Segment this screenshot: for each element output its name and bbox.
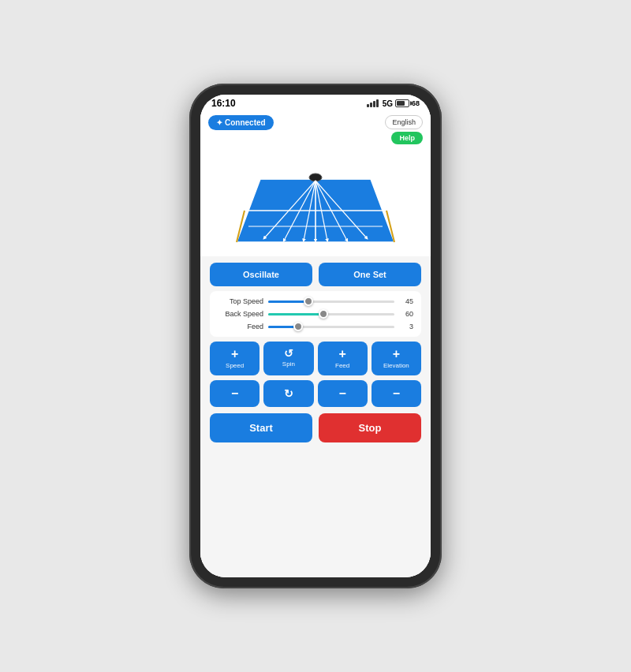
- speed-minus-button[interactable]: −: [210, 380, 259, 407]
- top-speed-row: Top Speed 45: [218, 297, 413, 305]
- top-speed-value: 45: [399, 297, 413, 305]
- start-button[interactable]: Start: [210, 413, 312, 442]
- status-icons: 5G 68: [367, 99, 420, 108]
- one-set-button[interactable]: One Set: [319, 263, 421, 286]
- phone-frame: 16:10 5G 68 ✦ Connected: [189, 84, 442, 588]
- english-button[interactable]: English: [385, 115, 423, 129]
- battery-level: 68: [412, 99, 420, 107]
- network-type: 5G: [383, 99, 393, 108]
- feed-track[interactable]: [268, 326, 394, 328]
- screen-content: ✦ Connected English Help: [200, 110, 431, 577]
- bluetooth-icon: ✦: [216, 118, 222, 127]
- top-right-buttons: English Help: [385, 115, 423, 144]
- plus-buttons-row: + Speed ↺ Spin + Feed + Elevation: [210, 342, 421, 375]
- phone-screen: 16:10 5G 68 ✦ Connected: [200, 95, 431, 577]
- elevation-minus-button[interactable]: −: [372, 380, 421, 407]
- controls-area: Oscillate One Set Top Speed 45 Back S: [200, 256, 431, 577]
- feed-value: 3: [399, 323, 413, 330]
- status-time: 16:10: [211, 98, 236, 109]
- battery-icon: [395, 99, 409, 107]
- signal-bars-icon: [367, 99, 379, 107]
- back-speed-value: 60: [399, 310, 413, 318]
- top-speed-track[interactable]: [268, 301, 394, 303]
- svg-point-8: [309, 174, 322, 181]
- top-speed-label: Top Speed: [218, 297, 263, 305]
- help-button[interactable]: Help: [391, 132, 423, 144]
- mode-buttons: Oscillate One Set: [210, 263, 421, 286]
- spin-minus-button[interactable]: ↻: [263, 380, 313, 407]
- court-visualization: [221, 155, 410, 250]
- back-speed-label: Back Speed: [218, 310, 263, 318]
- back-speed-row: Back Speed 60: [218, 310, 413, 318]
- action-buttons: Start Stop: [210, 413, 421, 442]
- court-section: [200, 149, 431, 256]
- oscillate-button[interactable]: Oscillate: [210, 263, 312, 286]
- elevation-plus-button[interactable]: + Elevation: [372, 342, 421, 375]
- minus-buttons-row: − ↻ − −: [210, 380, 421, 407]
- feed-minus-button[interactable]: −: [318, 380, 368, 407]
- feed-label: Feed: [218, 323, 263, 330]
- back-speed-track[interactable]: [268, 313, 394, 315]
- sliders-section: Top Speed 45 Back Speed 60: [210, 291, 421, 337]
- connected-button[interactable]: ✦ Connected: [208, 115, 274, 130]
- status-bar: 16:10 5G 68: [200, 95, 431, 110]
- spin-plus-button[interactable]: ↺ Spin: [263, 342, 313, 375]
- feed-row: Feed 3: [218, 323, 413, 330]
- feed-plus-button[interactable]: + Feed: [318, 342, 368, 375]
- speed-plus-button[interactable]: + Speed: [210, 342, 259, 375]
- top-bar: ✦ Connected English Help: [200, 110, 431, 149]
- stop-button[interactable]: Stop: [319, 413, 421, 442]
